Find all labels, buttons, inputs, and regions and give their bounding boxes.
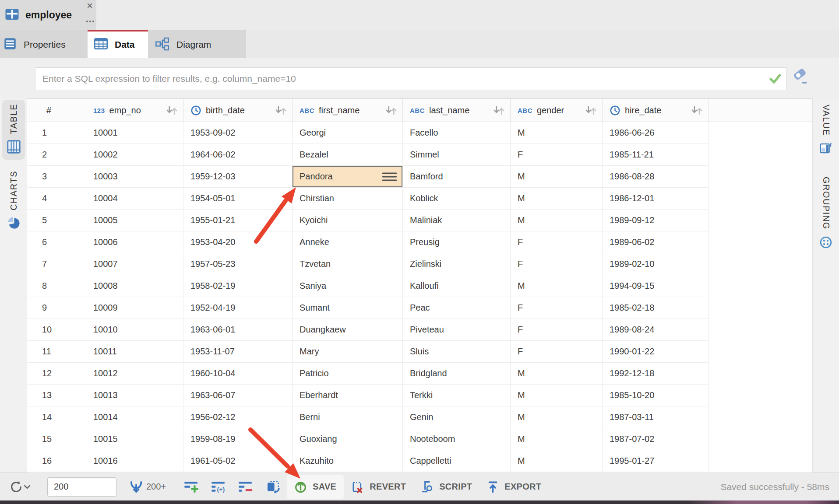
grid-cell[interactable]: Koblick	[403, 188, 511, 210]
grid-cell[interactable]: 10003	[86, 166, 183, 188]
row-number-cell[interactable]: 8	[27, 275, 86, 297]
grid-cell[interactable]: Patricio	[293, 363, 403, 385]
grid-cell[interactable]: 1957-05-23	[183, 253, 293, 275]
grid-cell[interactable]: 1989-09-12	[603, 210, 709, 231]
panel-tab-charts[interactable]: CHARTS	[2, 167, 25, 235]
close-tab-icon[interactable]: ×	[84, 0, 95, 11]
grid-cell[interactable]: M	[511, 385, 603, 406]
panel-tab-table[interactable]: TABLE	[2, 100, 25, 160]
clear-filter-eraser-icon[interactable]	[791, 66, 810, 87]
grid-cell[interactable]: M	[511, 363, 603, 385]
grid-cell[interactable]: 1953-09-02	[183, 122, 293, 144]
grid-cell[interactable]: 1955-01-21	[183, 210, 293, 231]
fetch-more-button[interactable]: 200+	[130, 481, 166, 493]
grid-cell[interactable]: 10004	[86, 188, 183, 210]
tab-data[interactable]: Data	[88, 30, 148, 58]
grid-cell[interactable]: F	[511, 319, 603, 341]
delete-row-icon[interactable]	[239, 481, 254, 493]
row-number-cell[interactable]: 12	[27, 363, 86, 385]
grid-cell[interactable]: Tzvetan	[293, 253, 403, 275]
script-button[interactable]: SCRIPT	[413, 475, 479, 499]
grid-cell[interactable]: 1964-06-02	[183, 144, 293, 166]
grid-cell[interactable]: Eberhardt	[293, 385, 403, 406]
grid-cell[interactable]: F	[511, 253, 603, 275]
grid-cell[interactable]: 1989-08-24	[603, 319, 709, 341]
grid-cell[interactable]: 1961-05-02	[183, 450, 293, 472]
grid-cell[interactable]: Peac	[403, 297, 511, 319]
grid-cell[interactable]: 1953-11-07	[183, 341, 293, 363]
row-number-cell[interactable]: 7	[27, 253, 86, 275]
row-number-cell[interactable]: 2	[27, 144, 86, 166]
grid-cell[interactable]: M	[511, 275, 603, 297]
column-header-hire_date[interactable]: hire_date	[603, 99, 709, 122]
grid-cell[interactable]: Guoxiang	[293, 428, 403, 450]
grid-cell[interactable]: 1952-04-19	[183, 297, 293, 319]
grid-cell[interactable]: Kazuhito	[293, 450, 403, 472]
grid-cell[interactable]: Anneke	[293, 231, 403, 253]
grid-cell[interactable]: Terkki	[403, 385, 511, 406]
grid-cell[interactable]: 10006	[86, 231, 183, 253]
column-header-gender[interactable]: ABCgender	[511, 99, 603, 122]
grid-cell[interactable]: 10005	[86, 210, 183, 231]
grid-cell[interactable]: 10001	[86, 122, 183, 144]
row-number-cell[interactable]: 14	[27, 406, 86, 428]
grid-cell[interactable]: M	[511, 210, 603, 231]
grid-cell[interactable]: F	[511, 341, 603, 363]
grid-cell[interactable]: 1992-12-18	[603, 363, 709, 385]
grid-cell[interactable]: M	[511, 188, 603, 210]
grid-cell[interactable]: 1986-06-26	[603, 122, 709, 144]
grid-cell[interactable]: Maliniak	[403, 210, 511, 231]
row-number-cell[interactable]: 16	[27, 450, 86, 472]
grid-cell[interactable]: M	[511, 122, 603, 144]
grid-cell[interactable]: M	[511, 450, 603, 472]
row-number-cell[interactable]: 10	[27, 319, 86, 341]
selected-cell[interactable]: Pandora	[293, 166, 403, 188]
column-header-last_name[interactable]: ABClast_name	[403, 99, 511, 122]
grid-cell[interactable]: 1989-06-02	[603, 231, 709, 253]
column-header-num[interactable]: #	[27, 99, 86, 122]
grid-cell[interactable]: 1986-08-28	[603, 166, 709, 188]
row-number-cell[interactable]: 6	[27, 231, 86, 253]
tab-properties[interactable]: Properties	[0, 30, 88, 58]
sort-icon[interactable]	[164, 105, 180, 116]
grid-cell[interactable]: 10002	[86, 144, 183, 166]
grid-cell[interactable]: Kyoichi	[293, 210, 403, 231]
grid-cell[interactable]: M	[511, 406, 603, 428]
save-button[interactable]: SAVE	[287, 475, 344, 499]
tab-overflow-icon[interactable]	[85, 18, 96, 25]
grid-cell[interactable]: Simmel	[403, 144, 511, 166]
grid-cell[interactable]: M	[511, 428, 603, 450]
grid-cell[interactable]: Saniya	[293, 275, 403, 297]
fetch-size-input[interactable]	[47, 477, 116, 497]
panel-tab-grouping[interactable]: GROUPING	[814, 173, 837, 255]
grid-cell[interactable]: 1985-10-20	[603, 385, 709, 406]
sort-icon[interactable]	[689, 105, 705, 116]
grid-cell[interactable]: Sumant	[293, 297, 403, 319]
column-header-emp_no[interactable]: 123emp_no	[86, 99, 183, 122]
grid-cell[interactable]: 10015	[86, 428, 183, 450]
grid-cell[interactable]: 10010	[86, 319, 183, 341]
row-number-cell[interactable]: 4	[27, 188, 86, 210]
grid-cell[interactable]: Genin	[403, 406, 511, 428]
grid-cell[interactable]: 10013	[86, 385, 183, 406]
grid-cell[interactable]: Berni	[293, 406, 403, 428]
grid-cell[interactable]: 1987-07-02	[603, 428, 709, 450]
grid-cell[interactable]: 1960-10-04	[183, 363, 293, 385]
cell-menu-icon[interactable]	[382, 172, 397, 181]
grid-cell[interactable]: 1986-12-01	[603, 188, 709, 210]
grid-cell[interactable]: F	[511, 231, 603, 253]
grid-cell[interactable]: Mary	[293, 341, 403, 363]
row-number-cell[interactable]: 9	[27, 297, 86, 319]
tab-diagram[interactable]: Diagram	[148, 30, 246, 58]
grid-cell[interactable]: 10012	[86, 363, 183, 385]
grid-cell[interactable]: Bridgland	[403, 363, 511, 385]
sort-icon[interactable]	[583, 105, 599, 116]
grid-cell[interactable]: Piveteau	[403, 319, 511, 341]
grid-cell[interactable]: 10007	[86, 253, 183, 275]
refresh-row-icon[interactable]	[266, 481, 281, 493]
grid-cell[interactable]: 1958-02-19	[183, 275, 293, 297]
sort-icon[interactable]	[383, 105, 399, 116]
grid-cell[interactable]: Facello	[403, 122, 511, 144]
grid-cell[interactable]: 1985-02-18	[603, 297, 709, 319]
grid-cell[interactable]: 10008	[86, 275, 183, 297]
